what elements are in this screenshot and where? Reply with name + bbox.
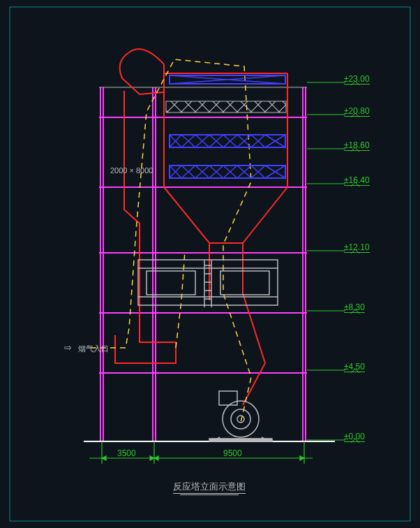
- inner-dim-label: 2000 × 8000: [110, 166, 153, 175]
- arrow-right-icon: ⇨: [64, 342, 72, 353]
- inlet-label: 烟气入口: [78, 344, 109, 354]
- elev-ticks: [0, 0, 420, 528]
- dim-left: 3500: [117, 448, 136, 458]
- drawing-title: 反应塔立面示意图: [160, 481, 258, 495]
- drawing-title-text: 反应塔立面示意图: [173, 481, 246, 494]
- dim-right: 9500: [223, 448, 242, 458]
